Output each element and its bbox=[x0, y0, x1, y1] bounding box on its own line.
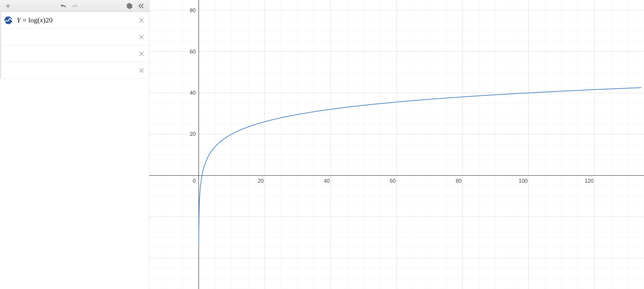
expression-row[interactable] bbox=[0, 45, 149, 62]
x-tick-label: 100 bbox=[519, 178, 528, 184]
close-icon bbox=[139, 51, 144, 56]
redo-icon bbox=[71, 3, 78, 9]
expression-plot-icon[interactable] bbox=[2, 48, 14, 60]
axis-labels: 02040608010012020406080 bbox=[190, 7, 594, 184]
graph-area[interactable]: 02040608010012020406080 bbox=[149, 0, 644, 289]
y-tick-label: 60 bbox=[190, 49, 196, 55]
svg-rect-1 bbox=[6, 6, 10, 6]
expression-plot-icon[interactable] bbox=[2, 31, 14, 43]
expression-tab bbox=[0, 45, 1, 62]
x-tick-label: 20 bbox=[258, 178, 264, 184]
expression-sidebar: Y = log(x)20 bbox=[0, 0, 149, 289]
curve-line[interactable] bbox=[199, 87, 641, 245]
sidebar-toolbar bbox=[0, 0, 149, 12]
gear-icon bbox=[127, 3, 133, 9]
close-icon bbox=[139, 18, 144, 23]
app-root: Y = log(x)20 02040608010012020406080 bbox=[0, 0, 644, 289]
expression-input[interactable]: Y = log(x)20 bbox=[16, 14, 136, 26]
expression-input[interactable] bbox=[16, 35, 136, 39]
x-tick-label: 40 bbox=[324, 178, 330, 184]
y-tick-label: 20 bbox=[190, 131, 196, 137]
y-tick-label: 40 bbox=[190, 90, 196, 96]
expression-tab bbox=[0, 29, 1, 45]
expression-row[interactable] bbox=[0, 29, 149, 45]
expression-plot-icon[interactable] bbox=[2, 64, 14, 76]
chevron-double-left-icon bbox=[138, 3, 144, 9]
add-expression-button[interactable] bbox=[4, 1, 13, 10]
expression-row[interactable]: Y = log(x)20 bbox=[0, 12, 149, 29]
settings-button[interactable] bbox=[125, 1, 134, 10]
expression-tab bbox=[0, 62, 1, 79]
close-icon bbox=[139, 68, 144, 73]
delete-expression-button[interactable] bbox=[136, 15, 147, 25]
undo-button[interactable] bbox=[59, 1, 68, 10]
expression-plot-icon[interactable] bbox=[2, 14, 14, 26]
graph-canvas[interactable]: 02040608010012020406080 bbox=[149, 0, 644, 289]
undo-icon bbox=[60, 3, 67, 9]
delete-expression-button[interactable] bbox=[136, 65, 147, 76]
y-tick-label: 80 bbox=[190, 7, 196, 13]
plus-icon bbox=[5, 3, 11, 9]
close-icon bbox=[139, 34, 144, 40]
collapse-panel-button[interactable] bbox=[136, 1, 145, 10]
delete-expression-button[interactable] bbox=[136, 32, 147, 42]
x-tick-label: 60 bbox=[390, 178, 396, 184]
expression-tab bbox=[0, 12, 1, 28]
expression-input[interactable] bbox=[16, 52, 136, 56]
expression-list: Y = log(x)20 bbox=[0, 12, 149, 289]
delete-expression-button[interactable] bbox=[136, 49, 147, 59]
x-tick-label: 120 bbox=[585, 178, 594, 184]
x-tick-label: 0 bbox=[193, 178, 196, 184]
x-tick-label: 80 bbox=[456, 178, 462, 184]
expression-row[interactable] bbox=[0, 62, 149, 79]
expression-input[interactable] bbox=[16, 69, 136, 72]
redo-button[interactable] bbox=[70, 1, 79, 10]
